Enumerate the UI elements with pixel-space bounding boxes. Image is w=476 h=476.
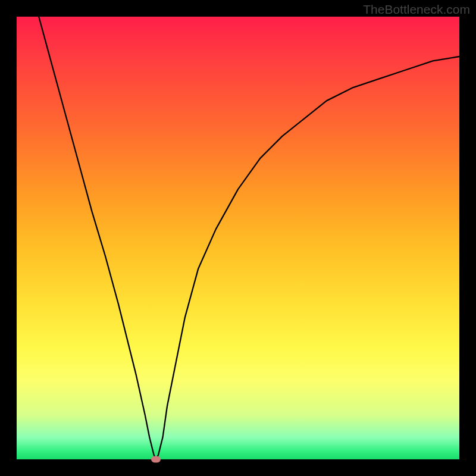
gradient-plot-area — [17, 17, 459, 459]
chart-container: TheBottleneck.com — [0, 0, 476, 476]
attribution-text: TheBottleneck.com — [363, 2, 470, 17]
optimal-point-marker — [151, 456, 161, 463]
